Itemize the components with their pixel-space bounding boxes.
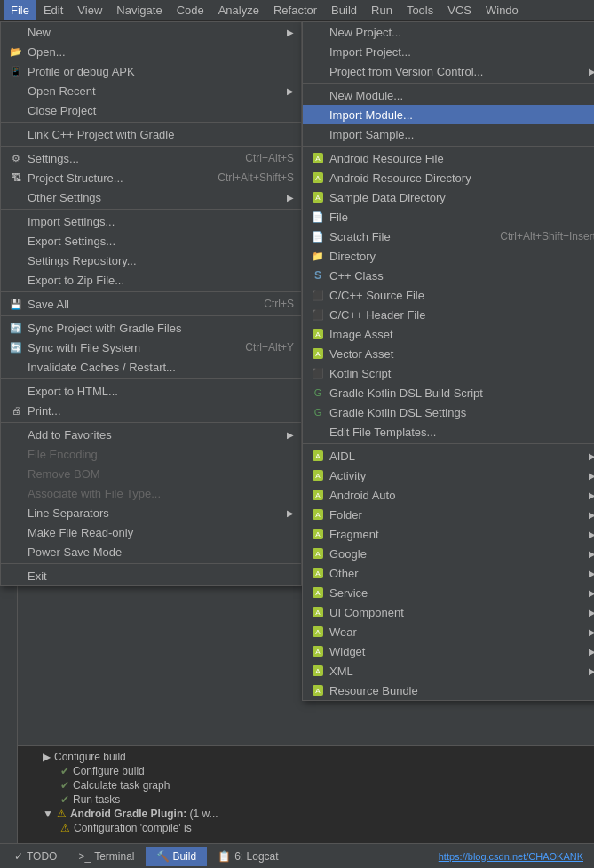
menu-run[interactable]: Run	[364, 0, 400, 20]
submenu-item-android-resource-dir[interactable]: A Android Resource Directory	[303, 168, 594, 187]
submenu-item-other[interactable]: A Other ▶	[303, 563, 594, 583]
menu-analyze[interactable]: Analyze	[211, 0, 266, 20]
menu-item-new[interactable]: New ▶	[1, 22, 301, 42]
menu-item-add-favorites[interactable]: Add to Favorites ▶	[1, 425, 301, 444]
submenu-item-vector-asset[interactable]: A Vector Asset	[303, 344, 594, 363]
status-tab-terminal[interactable]: >_ Terminal	[67, 847, 145, 866]
submenu-item-ui-component[interactable]: A UI Component ▶	[303, 602, 594, 622]
menu-vcs[interactable]: VCS	[440, 0, 479, 20]
menu-file[interactable]: File	[4, 0, 36, 20]
submenu-item-service[interactable]: A Service ▶	[303, 583, 594, 602]
submenu-item-android-auto[interactable]: A Android Auto ▶	[303, 485, 594, 505]
menu-item-sync-gradle[interactable]: 🔄 Sync Project with Gradle Files	[1, 318, 301, 338]
submenu-item-project-vcs[interactable]: Project from Version Control... ▶	[303, 61, 594, 81]
menu-item-line-separators[interactable]: Line Separators ▶	[1, 503, 301, 522]
submenu-item-gradle-kotlin-dsl-build[interactable]: G Gradle Kotlin DSL Build Script	[303, 383, 594, 402]
status-tab-logcat[interactable]: 📋 6: Logcat	[207, 847, 289, 866]
submenu-item-google[interactable]: A Google ▶	[303, 544, 594, 563]
separator-2	[1, 146, 301, 147]
settings-icon: ⚙	[8, 153, 24, 164]
menu-item-make-read-only[interactable]: Make File Read-only	[1, 522, 301, 542]
menu-view[interactable]: View	[70, 0, 109, 20]
menu-item-power-save[interactable]: Power Save Mode	[1, 542, 301, 561]
cpp-class-icon: S	[310, 269, 326, 282]
profile-icon: 📱	[8, 66, 24, 77]
submenu-item-edit-file-templates[interactable]: Edit File Templates...	[303, 422, 594, 442]
menu-item-close-project[interactable]: Close Project	[1, 100, 301, 120]
submenu-item-aidl[interactable]: A AIDL ▶	[303, 446, 594, 466]
save-icon: 💾	[8, 299, 24, 310]
status-tab-todo[interactable]: ✓ TODO	[4, 847, 67, 866]
submenu-item-import-module[interactable]: Import Module...	[303, 105, 594, 124]
status-link[interactable]: https://blog.csdn.net/CHAOKANK	[439, 851, 590, 862]
separator-4	[1, 291, 301, 292]
build-row-android-gradle: ▼ ⚠ Android Gradle Plugin: (1 w...	[43, 807, 587, 821]
menu-item-link-cpp[interactable]: Link C++ Project with Gradle	[1, 124, 301, 144]
separator-1	[1, 122, 301, 123]
folder-submenu-icon: A	[310, 508, 326, 521]
submenu-item-import-project[interactable]: Import Project...	[303, 42, 594, 61]
submenu-item-cpp-class[interactable]: S C++ Class	[303, 266, 594, 285]
logcat-icon: 📋	[218, 850, 231, 863]
submenu-sep-2	[303, 146, 594, 147]
menu-item-export-zip[interactable]: Export to Zip File...	[1, 270, 301, 290]
print-icon: 🖨	[8, 405, 24, 416]
separator-8	[1, 563, 301, 564]
menu-tools[interactable]: Tools	[400, 0, 440, 20]
submenu-item-new-project[interactable]: New Project...	[303, 22, 594, 42]
menu-edit[interactable]: Edit	[36, 0, 70, 20]
submenu-item-cpp-source[interactable]: ⬛ C/C++ Source File	[303, 285, 594, 305]
submenu-item-file[interactable]: 📄 File	[303, 207, 594, 227]
menu-refactor[interactable]: Refactor	[266, 0, 324, 20]
status-tab-build[interactable]: 🔨 Build	[146, 847, 208, 866]
submenu-item-fragment[interactable]: A Fragment ▶	[303, 524, 594, 544]
image-asset-icon: A	[310, 328, 326, 340]
submenu-item-scratch-file[interactable]: 📄 Scratch File Ctrl+Alt+Shift+Insert	[303, 227, 594, 246]
submenu-item-cpp-header[interactable]: ⬛ C/C++ Header File	[303, 305, 594, 324]
menu-item-profile-debug[interactable]: 📱 Profile or debug APK	[1, 61, 301, 81]
google-icon: A	[310, 547, 326, 560]
cpp-header-icon: ⬛	[310, 309, 326, 321]
menu-build[interactable]: Build	[324, 0, 364, 20]
menu-item-project-structure[interactable]: 🏗 Project Structure... Ctrl+Alt+Shift+S	[1, 168, 301, 187]
submenu-item-gradle-kotlin-dsl-settings[interactable]: G Gradle Kotlin DSL Settings	[303, 402, 594, 422]
activity-icon: A	[310, 469, 326, 482]
menu-navigate[interactable]: Navigate	[109, 0, 169, 20]
menu-item-open-recent[interactable]: Open Recent ▶	[1, 81, 301, 100]
menu-item-remove-bom[interactable]: Remove BOM	[1, 464, 301, 483]
menu-item-invalidate[interactable]: Invalidate Caches / Restart...	[1, 357, 301, 377]
menu-item-associate-file-type[interactable]: Associate with File Type...	[1, 483, 301, 503]
menu-item-export-html[interactable]: Export to HTML...	[1, 381, 301, 401]
menu-item-settings-repo[interactable]: Settings Repository...	[1, 251, 301, 270]
svg-text:A: A	[315, 530, 321, 538]
submenu-item-import-sample[interactable]: Import Sample...	[303, 124, 594, 144]
submenu-item-resource-bundle[interactable]: A Resource Bundle	[303, 681, 594, 700]
menu-window[interactable]: Windo	[479, 0, 526, 20]
menu-code[interactable]: Code	[170, 0, 211, 20]
submenu-item-directory[interactable]: 📁 Directory	[303, 246, 594, 266]
menu-item-import-settings[interactable]: Import Settings...	[1, 211, 301, 231]
menu-item-file-encoding[interactable]: File Encoding	[1, 444, 301, 464]
wear-icon: A	[310, 625, 326, 638]
menu-item-exit[interactable]: Exit	[1, 566, 301, 585]
menu-item-other-settings[interactable]: Other Settings ▶	[1, 187, 301, 207]
menu-item-settings[interactable]: ⚙ Settings... Ctrl+Alt+S	[1, 148, 301, 168]
submenu-item-activity[interactable]: A Activity ▶	[303, 466, 594, 485]
menu-item-export-settings[interactable]: Export Settings...	[1, 231, 301, 251]
submenu-item-widget[interactable]: A Widget ▶	[303, 641, 594, 661]
submenu-item-kotlin-script[interactable]: ⬛ Kotlin Script	[303, 363, 594, 383]
submenu-item-sample-data-dir[interactable]: A Sample Data Directory	[303, 187, 594, 207]
status-bar: ✓ TODO >_ Terminal 🔨 Build 📋 6: Logcat h…	[0, 843, 594, 868]
submenu-item-android-resource-file[interactable]: A Android Resource File	[303, 148, 594, 168]
menu-item-sync-fs[interactable]: 🔄 Sync with File System Ctrl+Alt+Y	[1, 338, 301, 357]
menu-item-save-all[interactable]: 💾 Save All Ctrl+S	[1, 294, 301, 314]
submenu-item-image-asset[interactable]: A Image Asset	[303, 324, 594, 344]
build-row-configure-check: ✔ Configure build	[60, 764, 587, 778]
submenu-item-folder[interactable]: A Folder ▶	[303, 505, 594, 524]
submenu-item-wear[interactable]: A Wear ▶	[303, 622, 594, 641]
menu-item-open[interactable]: 📂 Open...	[1, 42, 301, 61]
menu-item-print[interactable]: 🖨 Print...	[1, 401, 301, 420]
cpp-source-icon: ⬛	[310, 290, 326, 301]
submenu-item-new-module[interactable]: New Module...	[303, 85, 594, 105]
submenu-item-xml[interactable]: A XML ▶	[303, 661, 594, 681]
